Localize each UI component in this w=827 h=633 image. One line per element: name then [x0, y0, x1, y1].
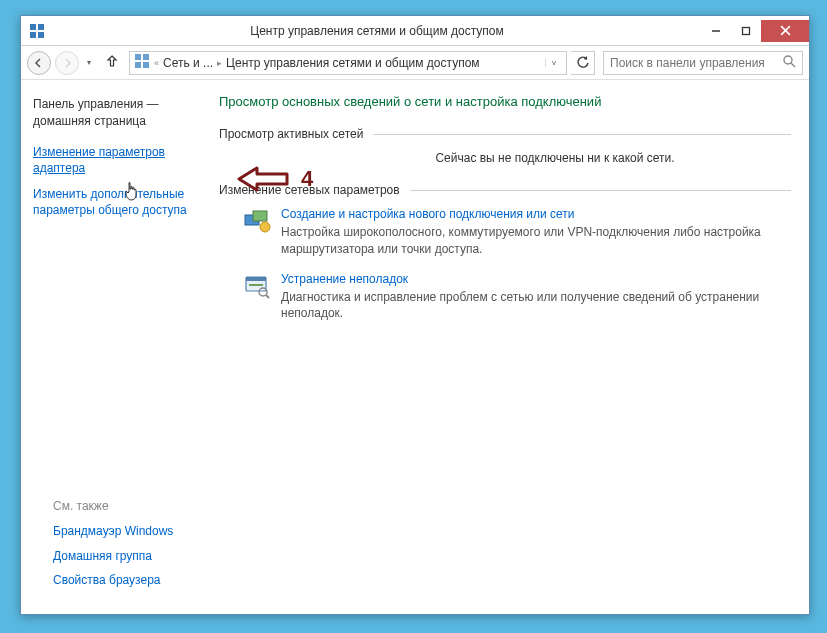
- link-browser-properties[interactable]: Свойства браузера: [53, 572, 173, 588]
- window: Центр управления сетями и общим доступом…: [20, 15, 810, 615]
- section-label: Просмотр активных сетей: [219, 127, 363, 141]
- svg-line-13: [791, 63, 795, 67]
- link-homegroup[interactable]: Домашняя группа: [53, 548, 173, 564]
- chevron-right-icon: ▸: [217, 58, 222, 68]
- svg-rect-1: [38, 24, 44, 30]
- connection-wizard-icon: [243, 207, 271, 235]
- search-box[interactable]: [603, 51, 803, 75]
- item-body: Устранение неполадок Диагностика и испра…: [281, 272, 791, 323]
- svg-rect-3: [38, 32, 44, 38]
- divider: [410, 190, 791, 191]
- troubleshoot-icon: [243, 272, 271, 300]
- svg-rect-15: [253, 211, 267, 221]
- link-new-connection[interactable]: Создание и настройка нового подключения …: [281, 207, 791, 221]
- item-new-connection: Создание и настройка нового подключения …: [219, 207, 791, 258]
- svg-rect-9: [143, 54, 149, 60]
- svg-point-12: [784, 56, 792, 64]
- section-label: Изменение сетевых параметров: [219, 183, 400, 197]
- svg-rect-18: [246, 277, 266, 281]
- back-button[interactable]: [27, 51, 51, 75]
- link-sharing-settings[interactable]: Изменить дополнительные параметры общего…: [33, 186, 199, 218]
- svg-point-16: [260, 222, 270, 232]
- sidebar: Панель управления — домашняя страница Из…: [21, 80, 211, 614]
- window-title: Центр управления сетями и общим доступом: [53, 24, 701, 38]
- main-panel: Просмотр основных сведений о сети и наст…: [211, 80, 809, 614]
- breadcrumb-segment[interactable]: Центр управления сетями и общим доступом: [226, 56, 480, 70]
- svg-rect-2: [30, 32, 36, 38]
- sidebar-footer: См. также Брандмауэр Windows Домашняя гр…: [53, 499, 173, 596]
- address-dropdown[interactable]: v: [545, 58, 562, 67]
- svg-rect-8: [135, 54, 141, 60]
- address-bar[interactable]: « Сеть и ... ▸ Центр управления сетями и…: [129, 51, 567, 75]
- item-description: Диагностика и исправление проблем с сеть…: [281, 289, 791, 323]
- section-network-settings: Изменение сетевых параметров: [219, 183, 791, 197]
- navbar: ▾ « Сеть и ... ▸ Центр управления сетями…: [21, 46, 809, 80]
- svg-rect-0: [30, 24, 36, 30]
- item-body: Создание и настройка нового подключения …: [281, 207, 791, 258]
- divider: [373, 134, 791, 135]
- svg-rect-19: [249, 284, 263, 286]
- sidebar-heading[interactable]: Панель управления — домашняя страница: [33, 96, 199, 130]
- minimize-button[interactable]: [701, 20, 731, 42]
- titlebar: Центр управления сетями и общим доступом: [21, 16, 809, 46]
- svg-rect-5: [743, 27, 750, 34]
- search-input[interactable]: [610, 56, 779, 70]
- app-icon: [29, 23, 45, 39]
- address-icon: [134, 53, 150, 72]
- forward-button[interactable]: [55, 51, 79, 75]
- link-adapter-settings[interactable]: Изменение параметров адаптера: [33, 144, 199, 176]
- page-title: Просмотр основных сведений о сети и наст…: [219, 94, 791, 109]
- item-troubleshoot: Устранение неполадок Диагностика и испра…: [219, 272, 791, 323]
- item-description: Настройка широкополосного, коммутируемог…: [281, 224, 791, 258]
- svg-line-21: [266, 295, 269, 298]
- section-active-networks: Просмотр активных сетей: [219, 127, 791, 141]
- link-troubleshoot[interactable]: Устранение неполадок: [281, 272, 791, 286]
- not-connected-text: Сейчас вы не подключены ни к какой сети.: [219, 151, 791, 165]
- up-button[interactable]: [99, 54, 125, 71]
- breadcrumb-segment[interactable]: Сеть и ...: [163, 56, 213, 70]
- refresh-button[interactable]: [571, 51, 595, 75]
- search-icon: [783, 55, 796, 71]
- link-firewall[interactable]: Брандмауэр Windows: [53, 523, 173, 539]
- close-button[interactable]: [761, 20, 809, 42]
- content-body: Панель управления — домашняя страница Из…: [21, 80, 809, 614]
- maximize-button[interactable]: [731, 20, 761, 42]
- history-dropdown[interactable]: ▾: [83, 58, 95, 67]
- chevron-icon: «: [154, 58, 159, 68]
- svg-rect-11: [143, 62, 149, 68]
- see-also-label: См. также: [53, 499, 173, 513]
- window-controls: [701, 20, 809, 42]
- svg-rect-10: [135, 62, 141, 68]
